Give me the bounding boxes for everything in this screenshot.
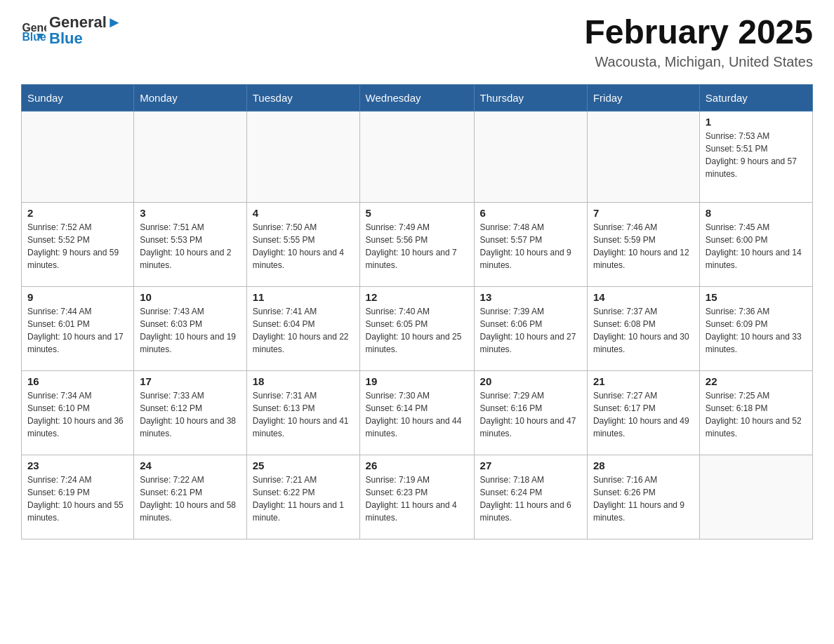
day-info: Sunrise: 7:41 AM Sunset: 6:04 PM Dayligh… xyxy=(253,305,354,356)
calendar-cell: 15Sunrise: 7:36 AM Sunset: 6:09 PM Dayli… xyxy=(699,286,812,370)
day-number: 6 xyxy=(480,207,581,219)
day-number: 1 xyxy=(706,116,807,128)
logo-blue-text: Blue xyxy=(49,31,122,46)
day-info: Sunrise: 7:27 AM Sunset: 6:17 PM Dayligh… xyxy=(593,389,694,440)
calendar-cell xyxy=(699,455,812,539)
calendar-cell: 12Sunrise: 7:40 AM Sunset: 6:05 PM Dayli… xyxy=(359,286,474,370)
day-info: Sunrise: 7:33 AM Sunset: 6:12 PM Dayligh… xyxy=(140,389,241,440)
col-monday: Monday xyxy=(134,84,247,111)
calendar-cell: 2Sunrise: 7:52 AM Sunset: 5:52 PM Daylig… xyxy=(22,202,134,286)
week-row-1: 1Sunrise: 7:53 AM Sunset: 5:51 PM Daylig… xyxy=(22,111,813,202)
day-info: Sunrise: 7:49 AM Sunset: 5:56 PM Dayligh… xyxy=(366,221,468,271)
day-info: Sunrise: 7:22 AM Sunset: 6:21 PM Dayligh… xyxy=(140,474,241,524)
svg-text:Blue: Blue xyxy=(22,31,46,43)
calendar-cell: 24Sunrise: 7:22 AM Sunset: 6:21 PM Dayli… xyxy=(134,455,247,539)
calendar-cell xyxy=(359,111,474,202)
calendar-cell: 14Sunrise: 7:37 AM Sunset: 6:08 PM Dayli… xyxy=(587,286,699,370)
calendar-cell: 20Sunrise: 7:29 AM Sunset: 6:16 PM Dayli… xyxy=(474,370,587,455)
day-info: Sunrise: 7:51 AM Sunset: 5:53 PM Dayligh… xyxy=(140,221,241,271)
calendar-cell: 21Sunrise: 7:27 AM Sunset: 6:17 PM Dayli… xyxy=(587,370,699,455)
calendar-cell: 1Sunrise: 7:53 AM Sunset: 5:51 PM Daylig… xyxy=(699,111,812,202)
day-info: Sunrise: 7:16 AM Sunset: 6:26 PM Dayligh… xyxy=(593,474,694,524)
day-number: 12 xyxy=(366,291,468,303)
calendar-cell: 26Sunrise: 7:19 AM Sunset: 6:23 PM Dayli… xyxy=(359,455,474,539)
calendar-cell: 16Sunrise: 7:34 AM Sunset: 6:10 PM Dayli… xyxy=(22,370,134,455)
day-number: 15 xyxy=(706,291,807,303)
calendar-cell xyxy=(22,111,134,202)
day-number: 28 xyxy=(593,459,694,471)
col-thursday: Thursday xyxy=(474,84,587,111)
day-info: Sunrise: 7:37 AM Sunset: 6:08 PM Dayligh… xyxy=(593,305,694,356)
day-info: Sunrise: 7:29 AM Sunset: 6:16 PM Dayligh… xyxy=(480,389,581,440)
day-number: 22 xyxy=(706,375,807,387)
calendar-cell: 25Sunrise: 7:21 AM Sunset: 6:22 PM Dayli… xyxy=(246,455,359,539)
calendar-cell: 27Sunrise: 7:18 AM Sunset: 6:24 PM Dayli… xyxy=(474,455,587,539)
day-number: 4 xyxy=(253,207,354,219)
day-number: 21 xyxy=(593,375,694,387)
logo-icon-arrow: ► xyxy=(107,13,122,31)
calendar-header-row: Sunday Monday Tuesday Wednesday Thursday… xyxy=(22,84,813,111)
day-number: 18 xyxy=(253,375,354,387)
calendar-cell: 3Sunrise: 7:51 AM Sunset: 5:53 PM Daylig… xyxy=(134,202,247,286)
calendar-subtitle: Wacousta, Michigan, United States xyxy=(584,54,813,70)
day-info: Sunrise: 7:25 AM Sunset: 6:18 PM Dayligh… xyxy=(706,389,807,440)
day-info: Sunrise: 7:39 AM Sunset: 6:06 PM Dayligh… xyxy=(480,305,581,356)
col-sunday: Sunday xyxy=(22,84,134,111)
week-row-3: 9Sunrise: 7:44 AM Sunset: 6:01 PM Daylig… xyxy=(22,286,813,370)
day-number: 24 xyxy=(140,459,241,471)
calendar-cell xyxy=(134,111,247,202)
calendar-cell: 4Sunrise: 7:50 AM Sunset: 5:55 PM Daylig… xyxy=(246,202,359,286)
day-number: 17 xyxy=(140,375,241,387)
day-number: 10 xyxy=(140,291,241,303)
day-number: 19 xyxy=(366,375,468,387)
logo-general-text: General xyxy=(49,13,107,31)
calendar-cell: 28Sunrise: 7:16 AM Sunset: 6:26 PM Dayli… xyxy=(587,455,699,539)
week-row-2: 2Sunrise: 7:52 AM Sunset: 5:52 PM Daylig… xyxy=(22,202,813,286)
day-number: 23 xyxy=(27,459,128,471)
page-header: General Blue General► Blue February 2025… xyxy=(21,14,813,70)
day-number: 14 xyxy=(593,291,694,303)
col-saturday: Saturday xyxy=(699,84,812,111)
day-info: Sunrise: 7:48 AM Sunset: 5:57 PM Dayligh… xyxy=(480,221,581,271)
day-info: Sunrise: 7:40 AM Sunset: 6:05 PM Dayligh… xyxy=(366,305,468,356)
calendar-cell: 17Sunrise: 7:33 AM Sunset: 6:12 PM Dayli… xyxy=(134,370,247,455)
day-info: Sunrise: 7:24 AM Sunset: 6:19 PM Dayligh… xyxy=(27,474,128,524)
title-block: February 2025 Wacousta, Michigan, United… xyxy=(584,14,813,70)
col-wednesday: Wednesday xyxy=(359,84,474,111)
logo-icon: General Blue xyxy=(21,18,46,43)
calendar-cell: 18Sunrise: 7:31 AM Sunset: 6:13 PM Dayli… xyxy=(246,370,359,455)
day-info: Sunrise: 7:36 AM Sunset: 6:09 PM Dayligh… xyxy=(706,305,807,356)
week-row-4: 16Sunrise: 7:34 AM Sunset: 6:10 PM Dayli… xyxy=(22,370,813,455)
week-row-5: 23Sunrise: 7:24 AM Sunset: 6:19 PM Dayli… xyxy=(22,455,813,539)
calendar-cell: 8Sunrise: 7:45 AM Sunset: 6:00 PM Daylig… xyxy=(699,202,812,286)
calendar-cell xyxy=(474,111,587,202)
day-info: Sunrise: 7:44 AM Sunset: 6:01 PM Dayligh… xyxy=(27,305,128,356)
calendar-cell: 5Sunrise: 7:49 AM Sunset: 5:56 PM Daylig… xyxy=(359,202,474,286)
day-number: 16 xyxy=(27,375,128,387)
calendar-cell: 10Sunrise: 7:43 AM Sunset: 6:03 PM Dayli… xyxy=(134,286,247,370)
calendar-cell: 22Sunrise: 7:25 AM Sunset: 6:18 PM Dayli… xyxy=(699,370,812,455)
day-info: Sunrise: 7:21 AM Sunset: 6:22 PM Dayligh… xyxy=(253,474,354,524)
calendar-cell: 13Sunrise: 7:39 AM Sunset: 6:06 PM Dayli… xyxy=(474,286,587,370)
day-info: Sunrise: 7:30 AM Sunset: 6:14 PM Dayligh… xyxy=(366,389,468,440)
calendar-cell xyxy=(587,111,699,202)
calendar-cell: 11Sunrise: 7:41 AM Sunset: 6:04 PM Dayli… xyxy=(246,286,359,370)
day-number: 7 xyxy=(593,207,694,219)
calendar-cell xyxy=(246,111,359,202)
day-info: Sunrise: 7:31 AM Sunset: 6:13 PM Dayligh… xyxy=(253,389,354,440)
calendar-title: February 2025 xyxy=(584,14,813,51)
day-number: 11 xyxy=(253,291,354,303)
day-info: Sunrise: 7:50 AM Sunset: 5:55 PM Dayligh… xyxy=(253,221,354,271)
calendar-cell: 23Sunrise: 7:24 AM Sunset: 6:19 PM Dayli… xyxy=(22,455,134,539)
day-number: 20 xyxy=(480,375,581,387)
calendar-table: Sunday Monday Tuesday Wednesday Thursday… xyxy=(21,84,813,539)
calendar-cell: 9Sunrise: 7:44 AM Sunset: 6:01 PM Daylig… xyxy=(22,286,134,370)
day-number: 3 xyxy=(140,207,241,219)
day-info: Sunrise: 7:53 AM Sunset: 5:51 PM Dayligh… xyxy=(706,130,807,180)
calendar-cell: 6Sunrise: 7:48 AM Sunset: 5:57 PM Daylig… xyxy=(474,202,587,286)
col-tuesday: Tuesday xyxy=(246,84,359,111)
day-info: Sunrise: 7:52 AM Sunset: 5:52 PM Dayligh… xyxy=(27,221,128,271)
day-number: 13 xyxy=(480,291,581,303)
col-friday: Friday xyxy=(587,84,699,111)
calendar-cell: 7Sunrise: 7:46 AM Sunset: 5:59 PM Daylig… xyxy=(587,202,699,286)
